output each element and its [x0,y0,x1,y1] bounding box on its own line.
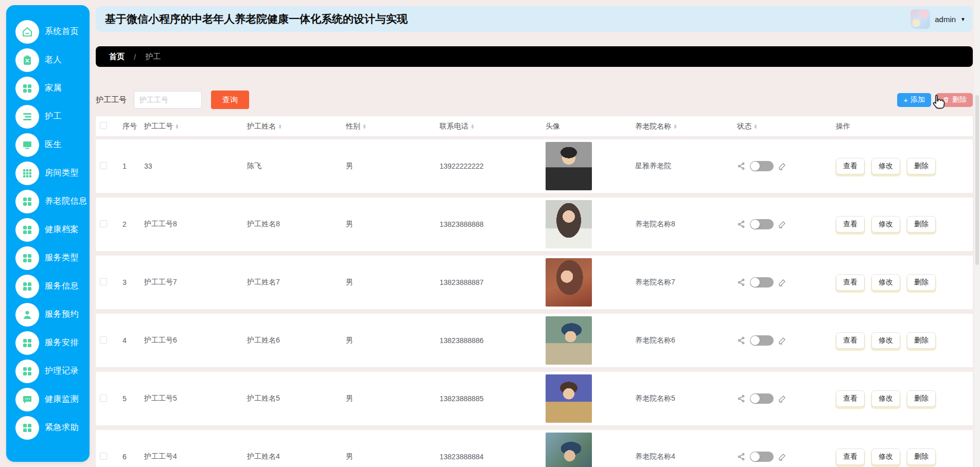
cell-name: 护工姓名8 [243,220,342,229]
toolbar: 护工工号 查询 + 添加 删除 [96,91,973,109]
admin-dropdown[interactable]: admin ▼ [911,9,966,29]
sidebar-item-紧急求助[interactable]: 紧急求助 [6,414,90,442]
sort-icon[interactable]: ▲▼ [470,124,475,129]
share-icon[interactable] [737,220,745,228]
cell-actions: 查看修改删除 [832,448,973,465]
breadcrumb-home[interactable]: 首页 [109,52,125,62]
grid-icon [15,190,39,213]
sidebar-item-护工[interactable]: 护工 [6,102,90,131]
cell-index: 4 [118,336,140,345]
query-button[interactable]: 查询 [211,91,249,109]
status-toggle[interactable] [750,277,774,288]
sidebar-item-医生[interactable]: 医生 [6,131,90,159]
avatar-photo [546,200,592,248]
table-body: 1 33 陈飞 男 13922222222 星雅养老院 查看修改删除 [96,139,973,467]
delete-row-button[interactable]: 删除 [907,216,936,232]
edit-button[interactable]: 修改 [871,390,900,407]
cell-phone: 13823888884 [435,453,541,461]
cell-status [733,161,832,171]
delete-row-button[interactable]: 删除 [907,390,936,407]
sidebar-item-健康档案[interactable]: 健康档案 [6,215,90,244]
sort-icon[interactable]: ▲▼ [175,124,179,129]
share-icon[interactable] [737,336,745,345]
cell-worker-id: 护工工号5 [140,394,243,403]
table-row: 1 33 陈飞 男 13922222222 星雅养老院 查看修改删除 [96,139,973,193]
edit-button[interactable]: 修改 [871,274,900,291]
sort-icon[interactable]: ▲▼ [278,124,282,129]
pencil-icon[interactable] [778,394,786,403]
delete-button[interactable]: 删除 [936,93,973,107]
sidebar-item-服务预约[interactable]: 服务预约 [6,300,90,329]
share-icon[interactable] [737,162,745,170]
delete-row-button[interactable]: 删除 [907,158,936,174]
view-button[interactable]: 查看 [836,390,865,407]
cell-worker-id: 护工工号7 [140,278,243,287]
cell-phone: 13823888885 [435,394,541,403]
view-button[interactable]: 查看 [836,274,865,291]
sidebar-item-老人[interactable]: 老人 [6,46,90,74]
sidebar-item-服务安排[interactable]: 服务安排 [6,329,90,357]
sort-icon[interactable]: ▲▼ [754,124,758,129]
share-icon[interactable] [737,278,745,286]
select-all-checkbox[interactable] [100,122,107,129]
scrollbar-thumb[interactable] [975,95,979,265]
sidebar-item-房间类型[interactable]: 房间类型 [6,159,90,187]
sidebar-item-服务信息[interactable]: 服务信息 [6,272,90,300]
row-checkbox[interactable] [100,162,107,169]
cell-gender: 男 [342,220,435,229]
column-header-序号: 序号 ▲▼ [118,122,140,131]
row-checkbox[interactable] [100,336,107,344]
monitor-icon [15,133,39,157]
view-button[interactable]: 查看 [836,448,865,465]
row-checkbox[interactable] [100,453,107,460]
status-toggle[interactable] [750,219,774,229]
edit-button[interactable]: 修改 [871,332,900,349]
view-button[interactable]: 查看 [836,216,865,232]
cell-status [733,335,832,346]
cell-name: 护工姓名6 [243,336,342,345]
scrollbar[interactable] [974,0,980,467]
pencil-icon[interactable] [778,453,786,461]
cell-status [733,452,832,462]
view-button[interactable]: 查看 [836,158,865,174]
share-icon[interactable] [737,394,745,403]
sidebar-item-护理记录[interactable]: 护理记录 [6,357,90,385]
table-row: 6 护工工号4 护工姓名4 男 13823888884 养老院名称4 查看修改删… [96,430,973,467]
row-checkbox[interactable] [100,220,107,227]
status-toggle[interactable] [750,452,774,462]
sort-icon[interactable]: ▲▼ [362,124,366,129]
pencil-icon[interactable] [778,220,786,228]
row-checkbox[interactable] [100,278,107,285]
search-input[interactable] [134,91,202,109]
sidebar-item-养老院信息[interactable]: 养老院信息 [6,187,90,215]
top-header: 基于微信小程序的中老年人养老院健康一体化系统的设计与实现 admin ▼ [96,6,973,32]
delete-row-button[interactable]: 删除 [907,332,936,349]
edit-button[interactable]: 修改 [871,158,900,174]
delete-row-button[interactable]: 删除 [907,274,936,291]
status-toggle[interactable] [750,393,774,404]
edit-button[interactable]: 修改 [871,448,900,465]
avatar-photo [546,142,592,190]
pencil-icon[interactable] [778,336,786,345]
add-button[interactable]: + 添加 [897,93,931,107]
edit-button[interactable]: 修改 [871,216,900,232]
pencil-icon[interactable] [778,278,786,286]
sidebar-item-家属[interactable]: 家属 [6,74,90,102]
share-icon[interactable] [737,453,745,461]
delete-row-button[interactable]: 删除 [907,448,936,465]
row-checkbox[interactable] [100,394,107,402]
cell-name: 护工姓名5 [243,394,342,403]
sidebar-item-系统首页[interactable]: 系统首页 [6,17,90,46]
sort-icon[interactable]: ▲▼ [673,124,677,129]
avatar-photo [546,433,592,467]
sidebar-item-健康监测[interactable]: 健康监测 [6,385,90,414]
view-button[interactable]: 查看 [836,332,865,349]
cell-status [733,219,832,229]
column-header-养老院名称: 养老院名称 ▲▼ [631,122,733,131]
status-toggle[interactable] [750,335,774,346]
sidebar-item-服务类型[interactable]: 服务类型 [6,244,90,272]
column-header-护工工号: 护工工号 ▲▼ [140,122,243,131]
cell-name: 护工姓名4 [243,452,342,461]
pencil-icon[interactable] [778,162,786,170]
status-toggle[interactable] [750,161,774,171]
